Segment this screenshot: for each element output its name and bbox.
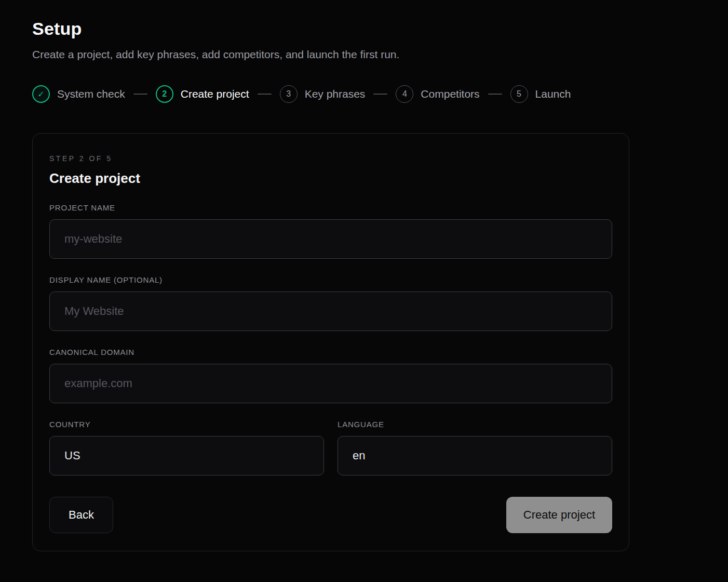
stepper-item-key-phrases[interactable]: 3 Key phrases xyxy=(280,85,366,103)
language-input[interactable] xyxy=(338,436,612,475)
stepper-item-system-check[interactable]: ✓ System check xyxy=(32,85,125,103)
stepper-item-label: System check xyxy=(57,88,125,100)
stepper-separator xyxy=(133,94,147,95)
page-subtitle: Create a project, add key phrases, add c… xyxy=(32,48,696,61)
project-name-input[interactable] xyxy=(49,219,612,259)
step-number-badge: 5 xyxy=(510,85,528,103)
step-progress-label: STEP 2 OF 5 xyxy=(49,154,612,163)
create-project-button[interactable]: Create project xyxy=(506,497,612,533)
stepper-item-label: Competitors xyxy=(421,88,479,100)
create-project-card: STEP 2 OF 5 Create project PROJECT NAME … xyxy=(32,133,629,551)
stepper-separator xyxy=(258,94,272,95)
card-title: Create project xyxy=(49,170,612,187)
language-field-group: LANGUAGE xyxy=(338,420,612,475)
step-number-badge: 4 xyxy=(396,85,413,103)
stepper-item-label: Key phrases xyxy=(305,88,366,100)
back-button[interactable]: Back xyxy=(49,497,113,533)
stepper-item-create-project[interactable]: 2 Create project xyxy=(156,85,249,103)
language-label: LANGUAGE xyxy=(338,420,612,429)
stepper-separator xyxy=(488,94,502,95)
country-input[interactable] xyxy=(49,436,324,475)
stepper-item-label: Create project xyxy=(181,88,249,100)
canonical-domain-field-group: CANONICAL DOMAIN xyxy=(49,348,612,403)
canonical-domain-input[interactable] xyxy=(49,364,612,403)
display-name-field-group: DISPLAY NAME (OPTIONAL) xyxy=(49,275,612,331)
setup-page: Setup Create a project, add key phrases,… xyxy=(0,0,728,582)
stepper-item-competitors[interactable]: 4 Competitors xyxy=(396,85,479,103)
stepper-item-label: Launch xyxy=(535,88,571,100)
country-label: COUNTRY xyxy=(49,420,324,429)
stepper-item-launch[interactable]: 5 Launch xyxy=(510,85,571,103)
display-name-label: DISPLAY NAME (OPTIONAL) xyxy=(49,275,612,284)
check-icon: ✓ xyxy=(32,85,50,103)
setup-stepper: ✓ System check 2 Create project 3 Key ph… xyxy=(32,85,696,103)
page-title: Setup xyxy=(32,19,696,39)
card-footer: Back Create project xyxy=(49,497,612,533)
stepper-separator xyxy=(373,94,387,95)
display-name-input[interactable] xyxy=(49,292,612,331)
step-number-badge: 2 xyxy=(156,85,173,103)
project-name-label: PROJECT NAME xyxy=(49,203,612,212)
country-language-row: COUNTRY LANGUAGE xyxy=(49,420,612,475)
project-name-field-group: PROJECT NAME xyxy=(49,203,612,259)
canonical-domain-label: CANONICAL DOMAIN xyxy=(49,348,612,356)
step-number-badge: 3 xyxy=(280,85,298,103)
country-field-group: COUNTRY xyxy=(49,420,324,475)
